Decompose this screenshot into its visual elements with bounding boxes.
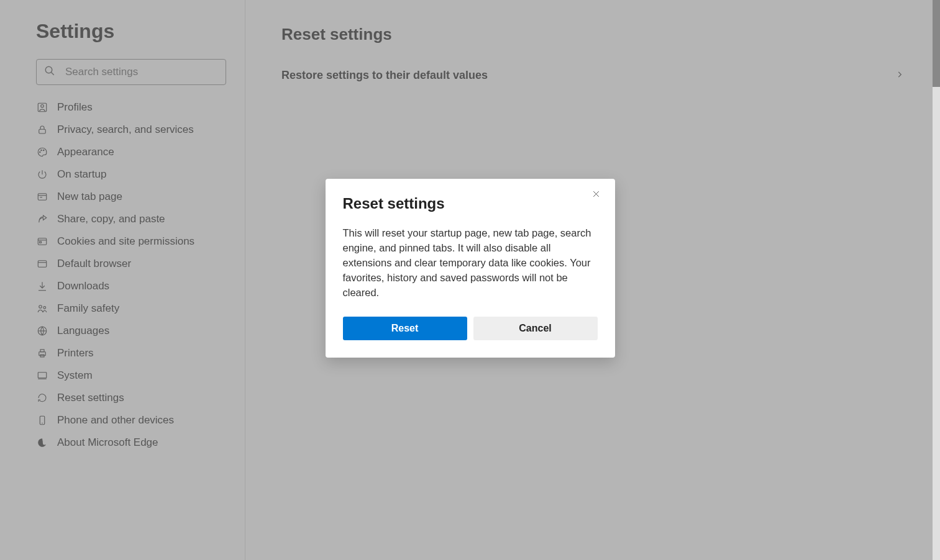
dialog-actions: Reset Cancel	[343, 317, 598, 340]
close-icon	[592, 190, 600, 200]
scrollbar-track[interactable]	[933, 0, 940, 560]
dialog-body: This will reset your startup page, new t…	[343, 226, 598, 300]
reset-dialog: Reset settings This will reset your star…	[326, 179, 615, 358]
close-button[interactable]	[589, 187, 604, 202]
reset-button[interactable]: Reset	[343, 317, 467, 340]
scrollbar-thumb[interactable]	[933, 0, 940, 87]
dialog-title: Reset settings	[343, 195, 598, 212]
modal-overlay: Reset settings This will reset your star…	[0, 0, 940, 560]
cancel-button[interactable]: Cancel	[473, 317, 598, 340]
